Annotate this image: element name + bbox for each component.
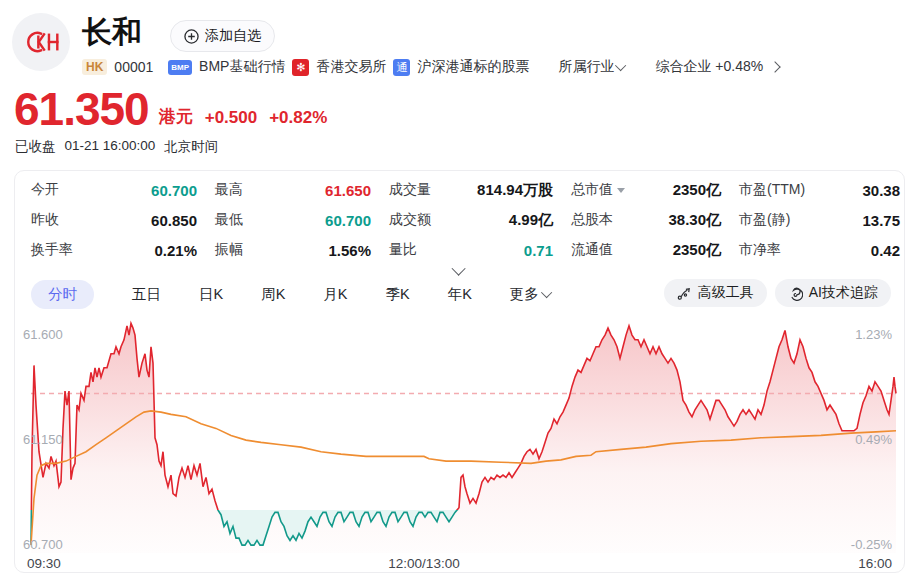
chevron-down-icon: [541, 287, 552, 298]
tab-more-dropdown[interactable]: 更多: [510, 285, 552, 304]
stat-label: 市盈(TTM): [739, 181, 805, 199]
stat-value: 1.56%: [328, 242, 371, 259]
chevron-right-icon: [770, 61, 781, 72]
collapse-stats-button[interactable]: [445, 259, 475, 281]
stat-label: 成交量: [389, 181, 431, 199]
plus-circle-icon: [184, 29, 199, 44]
add-watchlist-button[interactable]: 添加自选: [170, 20, 275, 52]
stat-label: 总市值: [571, 181, 625, 199]
exchange-label: 香港交易所: [316, 58, 386, 76]
tab-季K[interactable]: 季K: [386, 285, 410, 304]
industry-link[interactable]: 综合企业 +0.48%: [655, 58, 779, 76]
stat-column: 今开60.700昨收60.850换手率0.21%: [31, 175, 205, 265]
stat-label: 今开: [31, 181, 59, 199]
current-price: 61.350: [14, 86, 149, 132]
ckh-logo: [12, 13, 70, 71]
stat-label: 市净率: [739, 241, 781, 259]
stat-value: 13.75: [862, 212, 900, 229]
stat-cell: 换手率0.21%: [31, 235, 205, 265]
price-change-pct: +0.82%: [269, 108, 327, 132]
stat-value: 60.850: [151, 212, 197, 229]
ai-spiral-icon: [788, 286, 803, 301]
tab-月K[interactable]: 月K: [323, 285, 347, 304]
x-axis-time-label: 12:00/13:00: [388, 556, 459, 571]
y-axis-price-label: 60.700: [23, 537, 63, 552]
advanced-tools-icon: [677, 286, 692, 301]
sort-triangle-icon: [617, 188, 625, 193]
quote-time: 01-21 16:00:00: [65, 138, 156, 156]
x-axis-time-label: 16:00: [858, 556, 892, 571]
tab-分时[interactable]: 分时: [31, 280, 94, 309]
quote-card: 今开60.700昨收60.850换手率0.21%最高61.650最低60.700…: [14, 170, 905, 573]
connect-label: 沪深港通标的股票: [417, 58, 529, 76]
stat-label: 换手率: [31, 241, 73, 259]
x-axis-time-label: 09:30: [27, 556, 61, 571]
stat-cell: 昨收60.850: [31, 205, 205, 235]
stat-column: 最高61.650最低60.700振幅1.56%: [205, 175, 379, 265]
stat-value: 38.30亿: [668, 211, 721, 230]
bmp-label: BMP基础行情: [199, 58, 285, 76]
market-status: 已收盘: [15, 138, 56, 156]
industry-value: 综合企业 +0.48%: [655, 58, 763, 76]
stats-grid: 今开60.700昨收60.850换手率0.21%最高61.650最低60.700…: [15, 175, 904, 265]
industry-dropdown[interactable]: 所属行业: [558, 58, 626, 76]
currency-label: 港元: [159, 105, 193, 132]
stat-cell: 市盈(TTM)30.38: [729, 175, 908, 205]
stat-value: 60.700: [151, 182, 197, 199]
y-axis-percent-label: -0.25%: [851, 537, 892, 552]
stat-cell: 最低60.700: [205, 205, 379, 235]
stat-label: 最低: [215, 211, 243, 229]
stat-cell: 总股本38.30亿: [561, 205, 729, 235]
stat-value: 0.21%: [154, 242, 197, 259]
badge-row: HK 00001 BMP BMP基础行情 ✻ 香港交易所 通 沪深港通标的股票 …: [82, 57, 779, 77]
market-badge: HK: [82, 59, 107, 75]
market-status-row: 已收盘 01-21 16:00:00 北京时间: [15, 138, 218, 156]
stat-label: 总股本: [571, 211, 613, 229]
stat-cell: 最高61.650: [205, 175, 379, 205]
stat-cell: 市净率0.42: [729, 235, 908, 265]
price-block: 61.350 港元 +0.500 +0.82%: [14, 86, 327, 132]
chart-period-tabs: 分时五日日K周K月K季K年K更多: [31, 279, 552, 309]
hk-flag-icon: ✻: [292, 59, 309, 76]
stat-value: 30.38: [862, 182, 900, 199]
stat-label: 量比: [389, 241, 417, 259]
stat-cell: 振幅1.56%: [205, 235, 379, 265]
stat-column: 成交量814.94万股成交额4.99亿量比0.71: [379, 175, 561, 265]
bmp-icon: BMP: [168, 60, 192, 75]
stat-label: 成交额: [389, 211, 431, 229]
stat-value: 2350亿: [673, 241, 721, 260]
more-label: 更多: [510, 285, 539, 304]
y-axis-percent-label: 1.23%: [855, 327, 892, 342]
advanced-tools-button[interactable]: 高级工具: [664, 279, 767, 307]
tab-五日[interactable]: 五日: [132, 285, 161, 304]
stat-value: 814.94万股: [477, 181, 553, 200]
price-change: +0.500: [205, 108, 257, 132]
stat-cell: 成交额4.99亿: [379, 205, 561, 235]
stat-label: 流通值: [571, 241, 613, 259]
tab-周K[interactable]: 周K: [261, 285, 285, 304]
y-axis-price-label: 61.150: [23, 432, 63, 447]
ai-tracking-button[interactable]: AI技术追踪: [775, 279, 891, 307]
stat-label: 最高: [215, 181, 243, 199]
connect-icon: 通: [393, 59, 410, 76]
stat-column: 总市值2350亿总股本38.30亿流通值2350亿: [561, 175, 729, 265]
stat-column: 市盈(TTM)30.38市盈(静)13.75市净率0.42: [729, 175, 908, 265]
chart-tools: 高级工具AI技术追踪: [664, 279, 891, 307]
chevron-down-icon: [615, 60, 626, 71]
stock-code: 00001: [114, 59, 153, 75]
stat-value: 4.99亿: [509, 211, 553, 230]
stat-value: 0.42: [871, 242, 900, 259]
stat-cell: 流通值2350亿: [561, 235, 729, 265]
intraday-chart[interactable]: 61.6001.23%61.1500.49%60.700-0.25%09:301…: [15, 316, 904, 572]
stat-cell[interactable]: 总市值2350亿: [561, 175, 729, 205]
stat-cell: 市盈(静)13.75: [729, 205, 908, 235]
tab-日K[interactable]: 日K: [199, 285, 223, 304]
ckh-logo-icon: [19, 22, 63, 62]
stat-label: 昨收: [31, 211, 59, 229]
tool-button-label: 高级工具: [698, 284, 754, 302]
timezone-label: 北京时间: [164, 138, 218, 156]
stat-cell: 成交量814.94万股: [379, 175, 561, 205]
tab-年K[interactable]: 年K: [448, 285, 472, 304]
stat-label: 市盈(静): [739, 211, 790, 229]
stat-value: 61.650: [325, 182, 371, 199]
